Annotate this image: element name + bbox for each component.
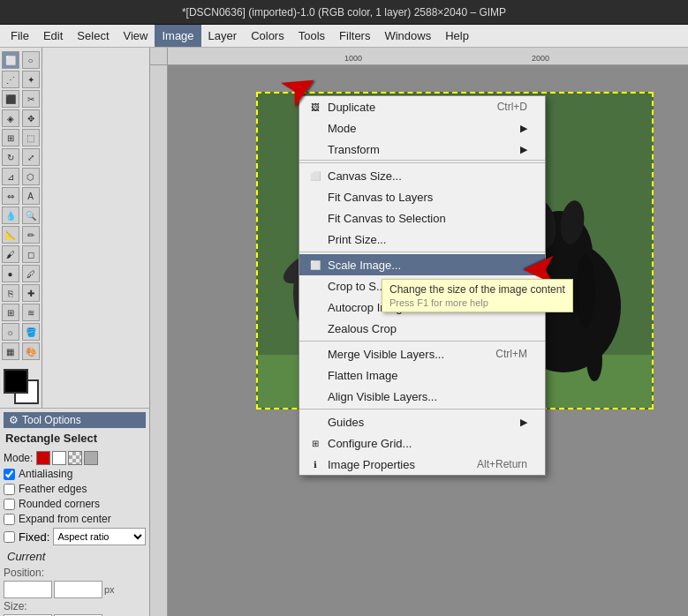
- rounded-label: Rounded corners: [19, 498, 100, 510]
- menu-canvas-size[interactable]: ⬜ Canvas Size...: [299, 165, 545, 186]
- feather-label: Feather edges: [19, 483, 87, 495]
- position-x-input[interactable]: 852: [4, 581, 52, 598]
- properties-label: Image Properties: [328, 458, 415, 471]
- menu-zealous-crop[interactable]: Zealous Crop: [299, 318, 545, 339]
- tool-align[interactable]: ⊞: [2, 129, 19, 146]
- tool-move[interactable]: ✥: [22, 109, 40, 127]
- tool-paintbrush[interactable]: 🖌: [2, 245, 19, 263]
- menu-fit-selection[interactable]: Fit Canvas to Selection: [299, 207, 545, 229]
- transform-label: Transform: [328, 143, 380, 156]
- tool-bucket[interactable]: 🪣: [22, 323, 40, 341]
- mode-intersect[interactable]: [84, 451, 98, 465]
- tool-shear[interactable]: ⊿: [2, 168, 19, 185]
- menu-file[interactable]: File: [4, 25, 36, 47]
- tool-rotate[interactable]: ↻: [2, 148, 19, 166]
- menu-image-properties[interactable]: ℹ Image Properties Alt+Return: [299, 454, 545, 475]
- tool-pencil[interactable]: ✏: [22, 226, 40, 244]
- tool-flip[interactable]: ⇔: [2, 187, 19, 205]
- position-y-input[interactable]: 552: [54, 581, 102, 598]
- menu-align-visible[interactable]: Align Visible Layers...: [299, 386, 545, 407]
- menu-fit-layers[interactable]: Fit Canvas to Layers: [299, 186, 545, 207]
- panel-header-title: Tool Options: [22, 414, 81, 426]
- foreground-color[interactable]: [4, 369, 28, 394]
- tool-text[interactable]: A: [22, 187, 40, 205]
- menu-scale-image[interactable]: ⬜ Scale Image...: [299, 254, 545, 275]
- tool-eraser[interactable]: ◻: [22, 245, 40, 263]
- tool-scale[interactable]: ⤢: [22, 148, 40, 166]
- tool-measure[interactable]: 📐: [2, 226, 19, 244]
- tool-blur[interactable]: ≋: [22, 304, 40, 321]
- tool-airbrush[interactable]: ●: [2, 265, 19, 282]
- tool-crop[interactable]: ⬚: [22, 129, 40, 146]
- tool-free-select[interactable]: ⋰: [2, 71, 19, 88]
- canvas-size-icon: ⬜: [308, 169, 322, 183]
- main-layout: ⬜ ○ ⋰ ✦ ⬛ ✂ ◈ ✥ ⊞ ⬚ ↻ ⤢ ⊿ ⬡ ⇔ A 💧: [0, 48, 688, 616]
- tool-perspective[interactable]: ⬡: [22, 168, 40, 185]
- title-bar: *[DSCN0636] (imported)-1.0 (RGB color, 1…: [0, 0, 688, 25]
- tool-dodge[interactable]: ☼: [2, 323, 19, 341]
- menu-duplicate[interactable]: 🖼 Duplicate Ctrl+D: [299, 96, 545, 117]
- tool-select-by-color[interactable]: ⬛: [2, 90, 19, 108]
- menu-colors[interactable]: Colors: [244, 25, 291, 47]
- mode-subtract[interactable]: [68, 451, 82, 465]
- menu-guides[interactable]: Guides ▶: [299, 411, 545, 432]
- menu-configure-grid[interactable]: ⊞ Configure Grid...: [299, 432, 545, 454]
- tool-foreground[interactable]: ◈: [2, 109, 19, 127]
- ruler-left: [150, 65, 168, 616]
- tool-scissors[interactable]: ✂: [22, 90, 40, 108]
- guides-label: Guides: [328, 416, 364, 429]
- tool-ink[interactable]: 🖊: [22, 265, 40, 282]
- sep2: [299, 252, 545, 252]
- scale-image-label: Scale Image...: [328, 259, 401, 272]
- menu-merge-visible[interactable]: Merge Visible Layers... Ctrl+M: [299, 343, 545, 364]
- properties-shortcut: Alt+Return: [477, 458, 527, 470]
- menu-print-size[interactable]: Print Size...: [299, 229, 545, 250]
- menu-autocrop[interactable]: Autocrop Image: [299, 297, 545, 318]
- menu-mode[interactable]: Mode ▶: [299, 117, 545, 139]
- fit-layers-icon: [308, 190, 322, 204]
- menu-edit[interactable]: Edit: [36, 25, 70, 47]
- antialiasing-label: Antialiasing: [19, 468, 72, 480]
- menu-crop-to[interactable]: Crop to S...: [299, 275, 545, 297]
- tool-perspective-clone[interactable]: ⊞: [2, 304, 19, 321]
- tool-fuzzy-select[interactable]: ✦: [22, 71, 40, 88]
- menu-flatten[interactable]: Flatten Image: [299, 364, 545, 386]
- mode-row: Mode:: [4, 451, 146, 465]
- sep4: [299, 409, 545, 409]
- tool-blend[interactable]: ▦: [2, 342, 19, 360]
- tool-grid: ⬜ ○ ⋰ ✦ ⬛ ✂ ◈ ✥ ⊞ ⬚ ↻ ⤢ ⊿ ⬡ ⇔ A 💧: [2, 51, 41, 360]
- menu-select[interactable]: Select: [70, 25, 116, 47]
- menu-tools[interactable]: Tools: [291, 25, 332, 47]
- guides-icon: [308, 415, 322, 429]
- size-label: Size:: [4, 600, 146, 612]
- tool-rect-select[interactable]: ⬜: [2, 51, 19, 69]
- position-label: Position:: [4, 567, 146, 579]
- zealous-label: Zealous Crop: [328, 322, 397, 335]
- tool-color-replace[interactable]: 🎨: [22, 342, 40, 360]
- tool-ellipse-select[interactable]: ○: [22, 51, 40, 69]
- menu-windows[interactable]: Windows: [377, 25, 438, 47]
- expand-label: Expand from center: [19, 513, 111, 525]
- antialiasing-checkbox[interactable]: [4, 469, 15, 480]
- menu-transform[interactable]: Transform ▶: [299, 139, 545, 161]
- menu-layer[interactable]: Layer: [201, 25, 245, 47]
- expand-checkbox[interactable]: [4, 514, 15, 525]
- menu-bar: File Edit Select View Image Layer Colors…: [0, 25, 688, 48]
- mode-replace[interactable]: [36, 451, 50, 465]
- tool-heal[interactable]: ✚: [22, 284, 40, 302]
- menu-filters[interactable]: Filters: [332, 25, 377, 47]
- fixed-checkbox[interactable]: [4, 531, 15, 543]
- tool-colorpicker[interactable]: 💧: [2, 207, 19, 224]
- rounded-checkbox[interactable]: [4, 499, 15, 510]
- tool-clone[interactable]: ⎘: [2, 284, 19, 302]
- title-bar-text: *[DSCN0636] (imported)-1.0 (RGB color, 1…: [7, 6, 681, 19]
- tool-name: Rectangle Select: [4, 428, 146, 448]
- mode-add[interactable]: [52, 451, 66, 465]
- feather-checkbox[interactable]: [4, 484, 15, 495]
- color-area: [4, 369, 39, 404]
- menu-view[interactable]: View: [117, 25, 155, 47]
- menu-help[interactable]: Help: [438, 25, 476, 47]
- fixed-select[interactable]: Aspect ratio Width Height Size: [53, 528, 146, 545]
- menu-image[interactable]: Image: [155, 25, 200, 47]
- tool-magnify[interactable]: 🔍: [22, 207, 40, 224]
